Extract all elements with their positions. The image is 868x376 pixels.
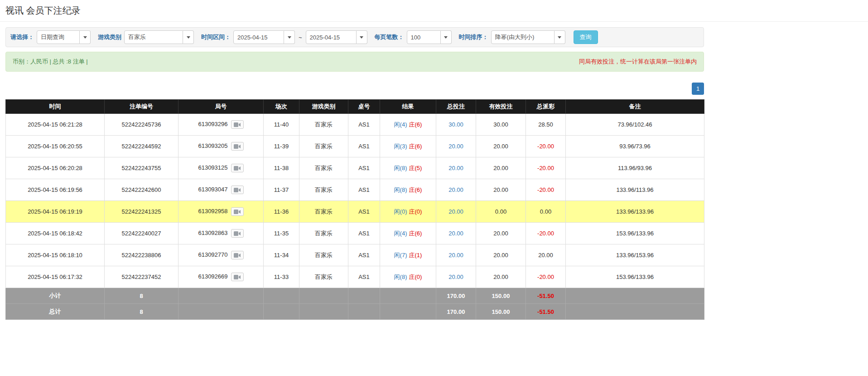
round-number: 613093296 bbox=[198, 121, 227, 127]
game-type-cell: 百家乐 bbox=[299, 136, 348, 157]
date-to-dropdown-button[interactable] bbox=[357, 30, 367, 44]
video-replay-button[interactable] bbox=[231, 142, 244, 151]
page-header: 视讯 会员下注纪录 bbox=[0, 0, 868, 22]
currency-summary-text: 币别：人民币 | 总共 :8 注单 | bbox=[13, 58, 88, 66]
total-bet-link[interactable]: 20.00 bbox=[448, 143, 463, 150]
payout-cell: -20.00 bbox=[526, 157, 566, 179]
valid-bet-cell: 20.00 bbox=[476, 244, 526, 266]
payout-cell: 20.00 bbox=[526, 244, 566, 266]
remark-cell: 153.96/133.96 bbox=[566, 266, 704, 288]
result-banker: 庄(6) bbox=[409, 186, 422, 193]
time-cell: 2025-04-15 06:21:28 bbox=[6, 114, 105, 136]
time-cell: 2025-04-15 06:20:55 bbox=[6, 136, 105, 157]
video-replay-button[interactable] bbox=[231, 251, 244, 259]
select-type-dropdown-button[interactable] bbox=[80, 30, 91, 44]
column-header: 总投注 bbox=[436, 100, 476, 114]
valid-bet-cell: 0.00 bbox=[476, 201, 526, 223]
bet-id-cell: 522422240027 bbox=[105, 223, 178, 244]
subtotal-count: 8 bbox=[105, 288, 178, 304]
date-range-separator: ~ bbox=[299, 34, 302, 41]
table-number-cell: AS1 bbox=[348, 114, 380, 136]
video-replay-button[interactable] bbox=[231, 186, 244, 194]
page-number-button[interactable]: 1 bbox=[692, 83, 704, 95]
total-bet-cell: 20.00 bbox=[436, 223, 476, 244]
video-replay-button[interactable] bbox=[231, 164, 244, 172]
info-bar: 币别：人民币 | 总共 :8 注单 | 同局有效投注，统一计算在该局第一张注单内 bbox=[5, 52, 704, 72]
total-bet-link[interactable]: 20.00 bbox=[448, 186, 463, 193]
remark-cell: 93.96/73.96 bbox=[566, 136, 704, 157]
session-cell: 11-34 bbox=[264, 244, 299, 266]
total-label: 总计 bbox=[6, 304, 105, 320]
table-summary: 小计 8 170.00 150.00 -51.50 总计 8 bbox=[6, 288, 704, 320]
valid-bet-cell: 20.00 bbox=[476, 223, 526, 244]
game-type-dropdown-button[interactable] bbox=[183, 30, 194, 44]
table-number-cell: AS1 bbox=[348, 179, 380, 201]
video-replay-button[interactable] bbox=[231, 273, 244, 281]
page-title: 视讯 会员下注纪录 bbox=[5, 5, 868, 17]
empty-cell bbox=[299, 288, 348, 304]
bet-id-cell: 522422237452 bbox=[105, 266, 178, 288]
result-cell: 闲(4)庄(6) bbox=[380, 223, 436, 244]
subtotal-payout: -51.50 bbox=[526, 288, 566, 304]
column-header: 场次 bbox=[264, 100, 299, 114]
result-cell: 闲(8)庄(6) bbox=[380, 179, 436, 201]
result-cell: 闲(8)庄(5) bbox=[380, 157, 436, 179]
date-to-picker bbox=[306, 30, 367, 44]
date-to-input[interactable] bbox=[306, 30, 357, 44]
total-bet-link[interactable]: 20.00 bbox=[448, 273, 463, 280]
time-range-label: 时间区间： bbox=[201, 33, 231, 41]
game-type-input[interactable] bbox=[124, 30, 183, 44]
round-number: 613093125 bbox=[198, 164, 227, 171]
total-bet-cell: 30.00 bbox=[436, 114, 476, 136]
total-count: 8 bbox=[105, 304, 178, 320]
time-cell: 2025-04-15 06:18:10 bbox=[6, 244, 105, 266]
main-content: 请选择： 游戏类别 时间区间： ~ 每页笔数： 时间排序： bbox=[5, 27, 704, 376]
round-cell: 613093205 bbox=[178, 136, 264, 157]
date-from-input[interactable] bbox=[233, 30, 284, 44]
empty-cell bbox=[264, 304, 299, 320]
table-row: 2025-04-15 06:17:32 522422237452 6130926… bbox=[6, 266, 704, 288]
video-replay-button[interactable] bbox=[231, 120, 244, 129]
total-total-bet: 170.00 bbox=[436, 304, 476, 320]
column-header: 时间 bbox=[6, 100, 105, 114]
total-bet-cell: 20.00 bbox=[436, 266, 476, 288]
result-player: 闲(8) bbox=[394, 186, 407, 193]
round-cell: 613093047 bbox=[178, 179, 264, 201]
session-cell: 11-38 bbox=[264, 157, 299, 179]
remark-cell: 73.96/102.46 bbox=[566, 114, 704, 136]
round-number: 613093047 bbox=[198, 186, 227, 193]
total-bet-link[interactable]: 30.00 bbox=[448, 121, 463, 128]
sort-order-dropdown-button[interactable] bbox=[555, 30, 565, 44]
filter-bar: 请选择： 游戏类别 时间区间： ~ 每页笔数： 时间排序： bbox=[5, 27, 704, 47]
session-cell: 11-40 bbox=[264, 114, 299, 136]
page-size-combobox bbox=[407, 30, 452, 44]
video-replay-button[interactable] bbox=[231, 229, 244, 238]
page-size-dropdown-button[interactable] bbox=[441, 30, 452, 44]
date-from-dropdown-button[interactable] bbox=[284, 30, 295, 44]
search-button[interactable]: 查询 bbox=[574, 30, 598, 44]
round-number: 613092770 bbox=[198, 251, 227, 258]
table-body: 2025-04-15 06:21:28 522422245736 6130932… bbox=[6, 114, 704, 288]
video-camera-icon bbox=[234, 231, 241, 236]
column-header: 局号 bbox=[178, 100, 264, 114]
total-bet-link[interactable]: 20.00 bbox=[448, 165, 463, 171]
empty-cell bbox=[380, 304, 436, 320]
video-replay-button[interactable] bbox=[231, 207, 244, 216]
result-player: 闲(0) bbox=[394, 208, 407, 215]
total-bet-link[interactable]: 20.00 bbox=[448, 208, 463, 215]
select-type-input[interactable] bbox=[37, 30, 80, 44]
page-size-label: 每页笔数： bbox=[375, 33, 404, 41]
empty-cell bbox=[178, 304, 264, 320]
sort-order-input[interactable] bbox=[491, 30, 555, 44]
caret-down-icon bbox=[360, 36, 363, 39]
empty-cell bbox=[264, 288, 299, 304]
page-size-input[interactable] bbox=[407, 30, 441, 44]
total-bet-link[interactable]: 20.00 bbox=[448, 252, 463, 259]
round-cell: 613092669 bbox=[178, 266, 264, 288]
game-type-cell: 百家乐 bbox=[299, 114, 348, 136]
bet-id-cell: 522422242600 bbox=[105, 179, 178, 201]
table-row: 2025-04-15 06:19:19 522422241325 6130929… bbox=[6, 201, 704, 223]
result-cell: 闲(3)庄(6) bbox=[380, 136, 436, 157]
result-banker: 庄(0) bbox=[409, 273, 422, 280]
total-bet-link[interactable]: 20.00 bbox=[448, 230, 463, 237]
